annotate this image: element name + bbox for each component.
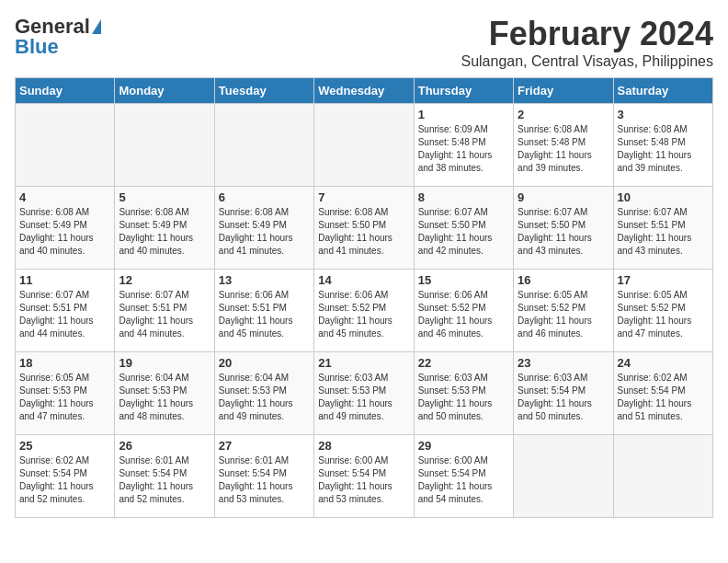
day-info: Sunrise: 6:07 AM Sunset: 5:50 PM Dayligh… <box>418 206 509 258</box>
day-info: Sunrise: 6:05 AM Sunset: 5:52 PM Dayligh… <box>618 289 709 340</box>
calendar-cell: 19Sunrise: 6:04 AM Sunset: 5:53 PM Dayli… <box>115 352 214 435</box>
day-info: Sunrise: 6:07 AM Sunset: 5:51 PM Dayligh… <box>19 289 110 340</box>
day-info: Sunrise: 6:04 AM Sunset: 5:53 PM Dayligh… <box>219 372 310 423</box>
calendar-cell: 29Sunrise: 6:00 AM Sunset: 5:54 PM Dayli… <box>414 435 513 518</box>
calendar-cell: 12Sunrise: 6:07 AM Sunset: 5:51 PM Dayli… <box>115 270 214 352</box>
day-info: Sunrise: 6:08 AM Sunset: 5:49 PM Dayligh… <box>219 206 310 258</box>
day-number: 6 <box>219 190 310 204</box>
calendar-cell: 27Sunrise: 6:01 AM Sunset: 5:54 PM Dayli… <box>214 435 313 518</box>
calendar-cell: 13Sunrise: 6:06 AM Sunset: 5:51 PM Dayli… <box>214 270 313 352</box>
calendar-cell: 25Sunrise: 6:02 AM Sunset: 5:54 PM Dayli… <box>16 435 115 518</box>
day-info: Sunrise: 6:00 AM Sunset: 5:54 PM Dayligh… <box>318 454 409 506</box>
day-info: Sunrise: 6:06 AM Sunset: 5:51 PM Dayligh… <box>219 289 310 340</box>
header-day-wednesday: Wednesday <box>314 78 414 104</box>
day-number: 1 <box>418 108 509 121</box>
calendar-cell: 28Sunrise: 6:00 AM Sunset: 5:54 PM Dayli… <box>314 435 414 518</box>
day-info: Sunrise: 6:09 AM Sunset: 5:48 PM Dayligh… <box>418 123 509 175</box>
page-title: February 2024 <box>461 15 713 53</box>
title-area: February 2024 Sulangan, Central Visayas,… <box>461 15 713 70</box>
day-info: Sunrise: 6:08 AM Sunset: 5:49 PM Dayligh… <box>19 206 110 258</box>
day-info: Sunrise: 6:03 AM Sunset: 5:53 PM Dayligh… <box>418 372 509 423</box>
calendar-cell: 8Sunrise: 6:07 AM Sunset: 5:50 PM Daylig… <box>414 187 513 270</box>
day-info: Sunrise: 6:07 AM Sunset: 5:51 PM Dayligh… <box>618 206 709 258</box>
calendar-cell: 10Sunrise: 6:07 AM Sunset: 5:51 PM Dayli… <box>613 187 712 270</box>
calendar-week-row: 25Sunrise: 6:02 AM Sunset: 5:54 PM Dayli… <box>16 435 713 518</box>
calendar-cell: 22Sunrise: 6:03 AM Sunset: 5:53 PM Dayli… <box>414 352 513 435</box>
day-number: 7 <box>318 190 409 204</box>
header-day-friday: Friday <box>514 78 613 104</box>
calendar-week-row: 1Sunrise: 6:09 AM Sunset: 5:48 PM Daylig… <box>16 104 713 187</box>
calendar-cell <box>314 104 414 187</box>
day-info: Sunrise: 6:05 AM Sunset: 5:53 PM Dayligh… <box>19 372 110 423</box>
header-day-saturday: Saturday <box>613 78 712 104</box>
day-number: 23 <box>518 356 609 370</box>
calendar-cell <box>613 435 712 518</box>
day-number: 29 <box>418 439 509 453</box>
logo-triangle-icon <box>92 19 101 34</box>
calendar-cell <box>115 104 214 187</box>
day-info: Sunrise: 6:06 AM Sunset: 5:52 PM Dayligh… <box>418 289 509 340</box>
day-number: 19 <box>119 356 210 370</box>
calendar-cell: 16Sunrise: 6:05 AM Sunset: 5:52 PM Dayli… <box>514 270 613 352</box>
calendar-cell: 7Sunrise: 6:08 AM Sunset: 5:50 PM Daylig… <box>314 187 414 270</box>
calendar-cell: 15Sunrise: 6:06 AM Sunset: 5:52 PM Dayli… <box>414 270 513 352</box>
day-info: Sunrise: 6:02 AM Sunset: 5:54 PM Dayligh… <box>618 372 709 423</box>
header-day-thursday: Thursday <box>414 78 513 104</box>
day-number: 20 <box>219 356 310 370</box>
day-number: 22 <box>418 356 509 370</box>
day-info: Sunrise: 6:03 AM Sunset: 5:54 PM Dayligh… <box>518 372 609 423</box>
day-number: 11 <box>19 273 110 287</box>
day-info: Sunrise: 6:02 AM Sunset: 5:54 PM Dayligh… <box>19 454 110 506</box>
day-info: Sunrise: 6:07 AM Sunset: 5:51 PM Dayligh… <box>119 289 210 340</box>
calendar-cell <box>16 104 115 187</box>
logo: General Blue <box>15 15 101 59</box>
calendar-week-row: 18Sunrise: 6:05 AM Sunset: 5:53 PM Dayli… <box>16 352 713 435</box>
calendar-cell: 4Sunrise: 6:08 AM Sunset: 5:49 PM Daylig… <box>16 187 115 270</box>
day-number: 16 <box>518 273 609 287</box>
header: General Blue February 2024 Sulangan, Cen… <box>15 15 713 70</box>
page-subtitle: Sulangan, Central Visayas, Philippines <box>461 53 713 70</box>
calendar-cell: 1Sunrise: 6:09 AM Sunset: 5:48 PM Daylig… <box>414 104 513 187</box>
day-info: Sunrise: 6:04 AM Sunset: 5:53 PM Dayligh… <box>119 372 210 423</box>
day-number: 25 <box>19 439 110 453</box>
calendar-cell: 18Sunrise: 6:05 AM Sunset: 5:53 PM Dayli… <box>16 352 115 435</box>
day-number: 4 <box>19 190 110 204</box>
day-number: 8 <box>418 190 509 204</box>
calendar-week-row: 4Sunrise: 6:08 AM Sunset: 5:49 PM Daylig… <box>16 187 713 270</box>
day-info: Sunrise: 6:08 AM Sunset: 5:48 PM Dayligh… <box>518 123 609 175</box>
header-day-tuesday: Tuesday <box>214 78 313 104</box>
day-number: 17 <box>618 273 709 287</box>
day-number: 13 <box>219 273 310 287</box>
calendar-cell: 5Sunrise: 6:08 AM Sunset: 5:49 PM Daylig… <box>115 187 214 270</box>
day-number: 5 <box>119 190 210 204</box>
calendar-header-row: SundayMondayTuesdayWednesdayThursdayFrid… <box>16 78 713 104</box>
day-number: 26 <box>119 439 210 453</box>
calendar-cell: 6Sunrise: 6:08 AM Sunset: 5:49 PM Daylig… <box>214 187 313 270</box>
day-info: Sunrise: 6:08 AM Sunset: 5:50 PM Dayligh… <box>318 206 409 258</box>
calendar-cell: 17Sunrise: 6:05 AM Sunset: 5:52 PM Dayli… <box>613 270 712 352</box>
calendar-cell: 26Sunrise: 6:01 AM Sunset: 5:54 PM Dayli… <box>115 435 214 518</box>
day-number: 10 <box>618 190 709 204</box>
day-number: 9 <box>518 190 609 204</box>
calendar-cell: 11Sunrise: 6:07 AM Sunset: 5:51 PM Dayli… <box>16 270 115 352</box>
day-info: Sunrise: 6:08 AM Sunset: 5:49 PM Dayligh… <box>119 206 210 258</box>
calendar-cell: 2Sunrise: 6:08 AM Sunset: 5:48 PM Daylig… <box>514 104 613 187</box>
calendar-cell: 20Sunrise: 6:04 AM Sunset: 5:53 PM Dayli… <box>214 352 313 435</box>
day-number: 2 <box>518 108 609 121</box>
day-number: 28 <box>318 439 409 453</box>
day-info: Sunrise: 6:00 AM Sunset: 5:54 PM Dayligh… <box>418 454 509 506</box>
header-day-monday: Monday <box>115 78 214 104</box>
day-number: 18 <box>19 356 110 370</box>
calendar-cell: 23Sunrise: 6:03 AM Sunset: 5:54 PM Dayli… <box>514 352 613 435</box>
calendar-week-row: 11Sunrise: 6:07 AM Sunset: 5:51 PM Dayli… <box>16 270 713 352</box>
day-number: 12 <box>119 273 210 287</box>
day-info: Sunrise: 6:08 AM Sunset: 5:48 PM Dayligh… <box>618 123 709 175</box>
day-info: Sunrise: 6:01 AM Sunset: 5:54 PM Dayligh… <box>119 454 210 506</box>
calendar-table: SundayMondayTuesdayWednesdayThursdayFrid… <box>15 77 713 518</box>
day-info: Sunrise: 6:06 AM Sunset: 5:52 PM Dayligh… <box>318 289 409 340</box>
calendar-cell: 3Sunrise: 6:08 AM Sunset: 5:48 PM Daylig… <box>613 104 712 187</box>
header-day-sunday: Sunday <box>16 78 115 104</box>
calendar-cell <box>214 104 313 187</box>
logo-blue: Blue <box>15 35 59 59</box>
day-number: 24 <box>618 356 709 370</box>
